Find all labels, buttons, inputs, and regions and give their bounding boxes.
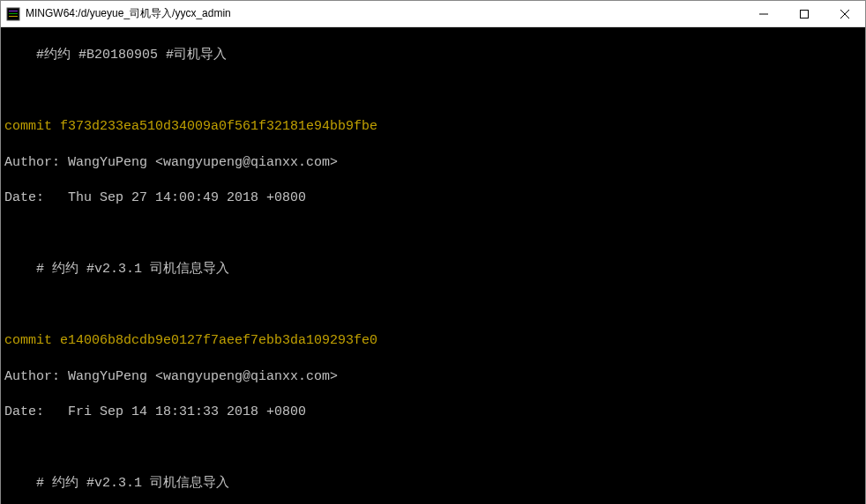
app-icon bbox=[6, 7, 20, 21]
message-line: # 约约 #v2.3.1 司机信息导入 bbox=[4, 261, 862, 278]
close-icon bbox=[840, 10, 849, 19]
date-line: Date: Fri Sep 14 18:31:33 2018 +0800 bbox=[4, 404, 862, 421]
blank-line bbox=[4, 297, 862, 315]
date-line: Date: Thu Sep 27 14:00:49 2018 +0800 bbox=[4, 189, 862, 207]
svg-rect-5 bbox=[801, 10, 809, 18]
minimize-button[interactable] bbox=[743, 1, 784, 27]
titlebar[interactable]: MINGW64:/d/yueyue_司机导入/yycx_admin bbox=[1, 1, 865, 27]
blank-line bbox=[4, 440, 862, 457]
terminal-body[interactable]: #约约 #B20180905 #司机导入 commit f373d233ea51… bbox=[1, 27, 865, 504]
svg-rect-1 bbox=[9, 11, 18, 11]
log-line: #约约 #B20180905 #司机导入 bbox=[4, 47, 862, 64]
maximize-button[interactable] bbox=[784, 1, 825, 27]
blank-line bbox=[4, 83, 862, 100]
maximize-icon bbox=[800, 10, 809, 19]
blank-line bbox=[4, 226, 862, 243]
app-window: MINGW64:/d/yueyue_司机导入/yycx_admin #约约 #B… bbox=[0, 0, 866, 504]
svg-rect-3 bbox=[9, 16, 18, 17]
author-line: Author: WangYuPeng <wangyupeng@qianxx.co… bbox=[4, 154, 862, 172]
commit-line: commit f373d233ea510d34009a0f561f32181e9… bbox=[4, 118, 862, 136]
svg-rect-2 bbox=[9, 13, 18, 14]
window-title: MINGW64:/d/yueyue_司机导入/yycx_admin bbox=[26, 6, 743, 21]
close-button[interactable] bbox=[825, 1, 865, 27]
commit-line: commit e14006b8dcdb9e0127f7aeef7ebb3da10… bbox=[4, 332, 862, 350]
minimize-icon bbox=[759, 10, 768, 19]
message-line: # 约约 #v2.3.1 司机信息导入 bbox=[4, 475, 862, 493]
author-line: Author: WangYuPeng <wangyupeng@qianxx.co… bbox=[4, 368, 862, 386]
